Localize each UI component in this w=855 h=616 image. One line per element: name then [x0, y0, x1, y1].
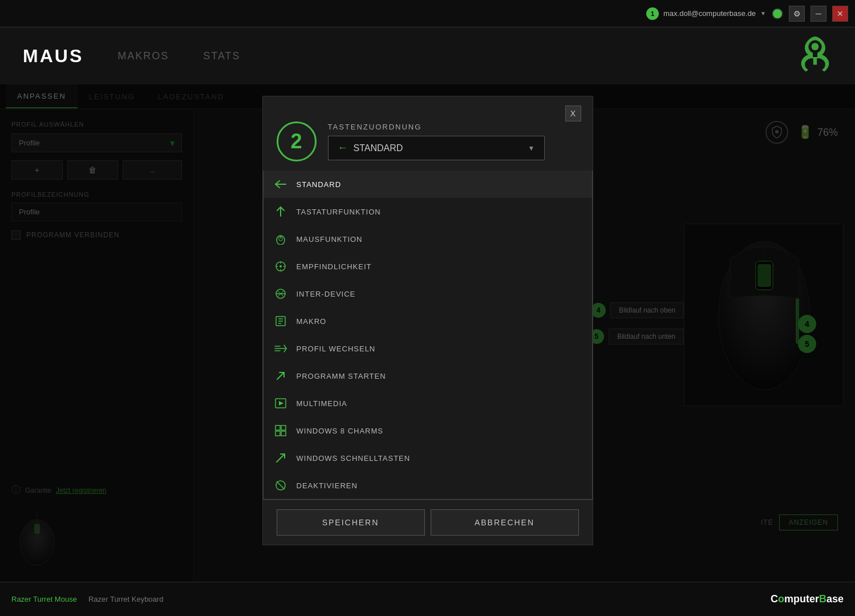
status-indicator: [772, 8, 783, 19]
svg-rect-34: [281, 425, 286, 430]
razer-logo: [792, 32, 838, 80]
inter-device-label: INTER-DEVICE: [297, 290, 356, 298]
svg-marker-32: [279, 401, 283, 406]
windows8-charms-icon: [273, 423, 289, 439]
modal-dialog: X 2 TASTENZUORDNUNG ← STANDARD ▼: [262, 96, 593, 545]
svg-rect-36: [281, 431, 286, 436]
dropdown-item-makro[interactable]: MAKRO: [264, 307, 592, 335]
windows-schnelltasten-label: WINDOWS SCHNELLTASTEN: [297, 454, 411, 463]
dropdown-item-windows-schnelltasten[interactable]: WINDOWS SCHNELLTASTEN: [264, 444, 592, 472]
standard-label: STANDARD: [297, 180, 342, 189]
multimedia-icon: [273, 395, 289, 411]
standard-icon: [273, 176, 289, 192]
main-header: MAUS MAKROS STATS: [0, 27, 855, 84]
standard-arrow-icon: ←: [338, 142, 348, 154]
programm-starten-icon: [273, 368, 289, 384]
close-button[interactable]: ✕: [832, 6, 848, 22]
modal-footer: SPEICHERN ABBRECHEN: [263, 500, 593, 545]
makro-icon: [273, 313, 289, 329]
svg-point-20: [279, 265, 282, 268]
dropdown-selected-value: STANDARD: [354, 143, 403, 153]
dropdown-open-arrow: ▼: [528, 144, 535, 152]
top-bar: 1 max.doll@computerbase.de ▼ ⚙ ─ ✕: [0, 0, 855, 27]
windows-schnelltasten-icon: [273, 450, 289, 466]
deaktivieren-icon: [273, 477, 289, 493]
save-button[interactable]: SPEICHERN: [277, 509, 425, 536]
svg-rect-35: [275, 431, 280, 436]
nav-stats[interactable]: STATS: [203, 50, 240, 62]
dropdown-item-inter-device[interactable]: INTER-DEVICE: [264, 280, 592, 307]
windows8-charms-label: WINDOWS 8 CHARMS: [297, 427, 384, 435]
user-email: max.doll@computerbase.de: [663, 9, 756, 18]
empfindlichkeit-label: EMPFINDLICHKEIT: [297, 262, 372, 271]
dropdown-item-standard[interactable]: STANDARD: [264, 171, 592, 198]
dropdown-item-empfindlichkeit[interactable]: EMPFINDLICHKEIT: [264, 253, 592, 280]
profil-wechseln-label: PROFIL WECHSELN: [297, 345, 376, 353]
dropdown-item-mausfunktion[interactable]: MAUSFUNKTION: [264, 225, 592, 253]
button-number-circle: 2: [277, 121, 317, 161]
user-avatar: 1: [646, 7, 659, 20]
mausfunktion-label: MAUSFUNKTION: [297, 235, 363, 244]
tastenzuordnung-label: TASTENZUORDNUNG: [328, 123, 579, 131]
user-info: 1 max.doll@computerbase.de ▼: [646, 7, 766, 20]
bottom-bar: Razer Turret Mouse Razer Turret Keyboard…: [0, 582, 855, 616]
computerbase-logo: ComputerBase: [771, 593, 844, 605]
makro-label: MAKRO: [297, 317, 327, 326]
inter-device-icon: [273, 286, 289, 302]
dropdown-list: STANDARD TASTATURFUNKTION MAUSFUNKTION: [263, 171, 593, 500]
modal-close-button[interactable]: X: [565, 106, 581, 121]
device-razer-turret-mouse[interactable]: Razer Turret Mouse: [11, 595, 77, 603]
user-dropdown-arrow[interactable]: ▼: [760, 10, 766, 17]
mausfunktion-icon: [273, 231, 289, 247]
empfindlichkeit-icon: [273, 258, 289, 274]
nav-makros[interactable]: MAKROS: [117, 50, 169, 62]
dropdown-item-tastaturfunktion[interactable]: TASTATURFUNKTION: [264, 198, 592, 225]
svg-line-38: [277, 481, 285, 489]
dropdown-trigger[interactable]: ← STANDARD ▼: [328, 136, 545, 160]
modal-overlay: X 2 TASTENZUORDNUNG ← STANDARD ▼: [0, 84, 855, 582]
dropdown-item-windows8-charms[interactable]: WINDOWS 8 CHARMS: [264, 417, 592, 444]
modal-title-section: 2 TASTENZUORDNUNG ← STANDARD ▼: [263, 121, 593, 171]
dropdown-trigger-inner: ← STANDARD: [338, 142, 403, 154]
svg-point-0: [812, 43, 819, 50]
settings-button[interactable]: ⚙: [789, 6, 805, 22]
tastaturfunktion-icon: [273, 204, 289, 220]
svg-rect-33: [275, 425, 280, 430]
minimize-button[interactable]: ─: [811, 6, 826, 22]
tastaturfunktion-label: TASTATURFUNKTION: [297, 208, 381, 216]
deaktivieren-label: DEAKTIVIEREN: [297, 481, 358, 490]
cancel-button[interactable]: ABBRECHEN: [431, 509, 579, 536]
dropdown-item-multimedia[interactable]: MULTIMEDIA: [264, 390, 592, 417]
dropdown-item-profil-wechseln[interactable]: PROFIL WECHSELN: [264, 335, 592, 362]
device-razer-turret-keyboard[interactable]: Razer Turret Keyboard: [88, 595, 164, 603]
dropdown-item-deaktivieren[interactable]: DEAKTIVIEREN: [264, 472, 592, 499]
multimedia-label: MULTIMEDIA: [297, 399, 347, 408]
programm-starten-label: PROGRAMM STARTEN: [297, 372, 386, 380]
dropdown-item-programm-starten[interactable]: PROGRAMM STARTEN: [264, 362, 592, 390]
app-title: MAUS: [23, 46, 83, 67]
profil-wechseln-icon: [273, 341, 289, 356]
